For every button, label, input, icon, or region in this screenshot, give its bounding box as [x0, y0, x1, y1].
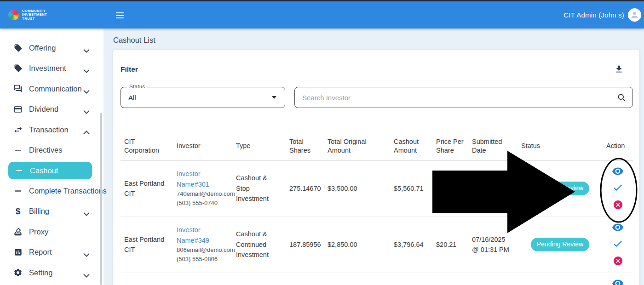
approve-check-icon[interactable]: [612, 182, 623, 193]
col-header-total-shares: Total Shares: [286, 132, 324, 160]
col-header-type: Type: [232, 132, 286, 160]
investor-name-link[interactable]: Investor Name#301: [177, 169, 229, 189]
cashout-amount-cell: $5,560.71: [390, 160, 432, 217]
col-header-price-per-share: Price Per Share: [432, 132, 468, 160]
total-original-amount-cell: $3,500.00: [324, 160, 390, 217]
investor-email: 806email@demo.com: [177, 245, 229, 255]
dropdown-caret-icon: [272, 96, 276, 99]
sidebar-item-cashout[interactable]: Cashout: [8, 162, 92, 179]
total-original-amount-cell: $2,850.00: [324, 217, 390, 273]
investor-email: 740email@demo.com: [177, 189, 229, 199]
type-cell: [232, 273, 286, 285]
investor-cell: Investor Name#349 806email@demo.com (503…: [173, 217, 232, 273]
sidebar-item-proxy[interactable]: Proxy: [0, 222, 104, 242]
search-icon[interactable]: [617, 93, 626, 102]
action-cell: [603, 273, 633, 285]
sidebar-item-label: Communication: [29, 85, 83, 93]
chevron-down-icon: [83, 87, 90, 91]
col-header-total-original-amount: Total Original Amount: [324, 132, 390, 160]
sidebar-item-label: Billing: [29, 207, 83, 216]
sidebar-item-directives[interactable]: Directives: [0, 140, 104, 161]
gear-icon: [13, 268, 23, 277]
chevron-down-icon: [83, 250, 90, 254]
cashout-table-body: East Portland CIT Investor Name#301 740e…: [121, 160, 633, 285]
sidebar-item-label: Offering: [29, 44, 83, 52]
hamburger-menu-icon[interactable]: [116, 12, 124, 18]
bar-chart-icon: [13, 248, 23, 257]
reject-x-icon[interactable]: [613, 256, 623, 266]
swap-arrows-icon: [13, 125, 23, 134]
sidebar-item-report[interactable]: Report: [0, 242, 104, 263]
table-header-row: CIT Corporation Investor Type Total Shar…: [121, 132, 633, 160]
avatar[interactable]: [628, 8, 641, 22]
search-investor-box: [294, 87, 633, 108]
investor-phone: (503) 555-0740: [177, 199, 229, 208]
dash-icon: [13, 146, 23, 155]
filter-heading: Filter: [121, 65, 138, 74]
chevron-down-icon: [83, 271, 90, 275]
download-icon[interactable]: [614, 64, 624, 74]
chevron-down-icon: [83, 66, 90, 70]
total-shares-cell: [286, 273, 324, 285]
sidebar-item-investment[interactable]: Investment: [0, 58, 104, 79]
total-shares-cell: 275.14670: [286, 160, 324, 217]
investor-name-link[interactable]: Investor Name#349: [177, 225, 229, 245]
sidebar-item-label: Complete Transactions: [29, 187, 107, 195]
submitted-date-cell: 07/16/2025 @ 01:31 PM: [468, 217, 518, 273]
cashout-amount-cell: $3,796.64: [390, 217, 432, 273]
sidebar-item-label: Dividend: [29, 105, 83, 114]
view-icon[interactable]: [612, 279, 624, 285]
logo-circle-icon: [8, 10, 19, 20]
sidebar-item-communication[interactable]: Communication: [0, 79, 104, 99]
sidebar-item-transaction[interactable]: Transaction: [0, 120, 104, 140]
sidebar: Offering Investment Communication Divide…: [0, 28, 104, 285]
search-investor-input[interactable]: [302, 94, 617, 102]
price-per-share-cell: [432, 160, 468, 217]
admin-user-label: CIT Admin (John s): [564, 11, 624, 19]
reject-x-icon[interactable]: [613, 200, 623, 210]
dash-icon: [13, 186, 23, 195]
col-header-investor: Investor: [173, 132, 232, 160]
status-cell: Pending Review: [518, 160, 603, 217]
chevron-down-icon: [83, 46, 90, 50]
total-shares-cell: 187.85956: [286, 217, 324, 273]
price-per-share-cell: $20.21: [432, 217, 468, 273]
status-filter-value: All: [128, 94, 272, 102]
dollar-icon: $: [13, 207, 23, 216]
topbar: COMMUNITY INVESTMENT TRUST CIT Admin (Jo…: [0, 1, 644, 28]
sidebar-item-label: Report: [29, 248, 83, 256]
sidebar-item-label: Proxy: [29, 228, 90, 236]
payment-icon: [13, 105, 23, 114]
sidebar-item-complete-transactions[interactable]: Complete Transactions: [0, 181, 104, 201]
sidebar-scrollbar[interactable]: [100, 113, 102, 285]
sidebar-item-offering[interactable]: Offering: [0, 38, 104, 58]
action-cell: [603, 160, 633, 217]
logo-text: COMMUNITY INVESTMENT TRUST: [22, 9, 47, 21]
status-badge: Pending Review: [531, 182, 589, 195]
view-icon[interactable]: [612, 223, 624, 232]
sidebar-item-label: Cashout: [30, 166, 86, 175]
sidebar-item-billing[interactable]: $ Billing: [0, 201, 104, 222]
window-top-edge: [0, 0, 644, 1]
view-icon[interactable]: [612, 167, 624, 176]
status-filter-select[interactable]: Status All: [121, 87, 285, 108]
sidebar-item-setting[interactable]: Setting: [0, 262, 104, 283]
sidebar-item-dividend[interactable]: Dividend: [0, 99, 104, 120]
col-header-submitted-date: Submitted Date: [468, 132, 518, 160]
submitted-date-cell: [468, 160, 518, 217]
cit-corporation-cell: [121, 273, 173, 285]
chevron-down-icon: [83, 209, 90, 213]
status-filter-label: Status: [127, 84, 147, 89]
cit-corporation-cell: East Portland CIT: [121, 217, 173, 273]
sidebar-item-label: Investment: [29, 64, 83, 73]
cit-corporation-cell: East Portland CIT: [121, 160, 173, 217]
cashout-card: Filter Status All: [113, 50, 639, 285]
status-badge: Pending Review: [531, 238, 589, 251]
tag-icon: [13, 64, 23, 73]
chat-icon: [13, 84, 23, 93]
approve-check-icon[interactable]: [612, 238, 623, 249]
chevron-up-icon: [83, 128, 90, 132]
sidebar-item-label: Directives: [29, 146, 90, 154]
sidebar-item-label: Transaction: [29, 125, 83, 134]
table-row: East Portland CIT Investor Name#301 740e…: [121, 160, 633, 217]
